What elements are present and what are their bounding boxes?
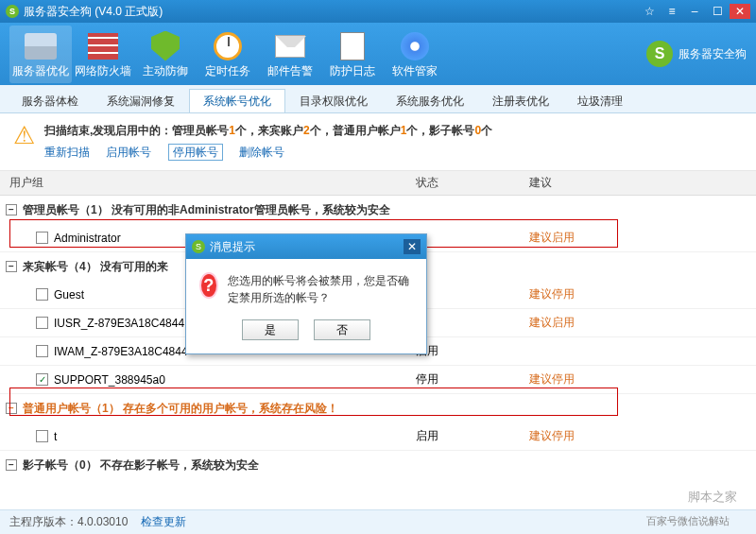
- expand-toggle[interactable]: −: [6, 261, 17, 272]
- expand-toggle[interactable]: −: [6, 459, 17, 471]
- tool-mail[interactable]: 邮件告警: [259, 26, 321, 83]
- table-row[interactable]: ✓SUPPORT_388945a0停用建议停用: [0, 366, 756, 394]
- group-title: 管理员帐号（1） 没有可用的非Administrator管理员帐号，系统较为安全: [23, 202, 390, 218]
- tool-shield[interactable]: 主动防御: [134, 26, 197, 83]
- group-title: 影子帐号（0） 不存在影子帐号，系统较为安全: [23, 457, 259, 474]
- tab-0[interactable]: 服务器体检: [8, 89, 93, 112]
- star-button[interactable]: ☆: [639, 4, 660, 19]
- version-label: 主程序版本：4.0.03010: [9, 514, 128, 530]
- brand: S服务器安全狗: [646, 41, 747, 67]
- dialog-yes-button[interactable]: 是: [242, 319, 299, 340]
- tab-4[interactable]: 系统服务优化: [382, 89, 478, 112]
- row-checkbox[interactable]: [36, 345, 48, 357]
- delete-link[interactable]: 删除帐号: [239, 146, 284, 159]
- account-name: IUSR_Z-879E3A18C4844: [54, 317, 184, 330]
- account-name: IWAM_Z-879E3A18C4844: [54, 345, 188, 358]
- group-title: 来宾帐号（4） 没有可用的来: [23, 259, 168, 275]
- app-icon: S: [6, 5, 19, 18]
- scan-summary: ⚠ 扫描结束,发现启用中的：管理员帐号1个，来宾账户2个，普通用户帐户1个，影子…: [0, 113, 756, 171]
- enable-link[interactable]: 启用帐号: [106, 146, 151, 159]
- tab-5[interactable]: 注册表优化: [478, 89, 563, 112]
- tool-srv[interactable]: 服务器优化: [9, 26, 72, 83]
- account-name: t: [54, 430, 57, 443]
- check-update-link[interactable]: 检查更新: [141, 514, 186, 530]
- account-status: 启用: [416, 343, 529, 359]
- group-row[interactable]: −管理员帐号（1） 没有可用的非Administrator管理员帐号，系统较为安…: [0, 196, 756, 224]
- tool-label: 定时任务: [205, 63, 250, 79]
- summary-actions: 重新扫描 启用帐号 停用帐号 删除帐号: [44, 145, 492, 161]
- account-suggest: 建议启用: [529, 315, 756, 331]
- tool-clock[interactable]: 定时任务: [197, 26, 259, 83]
- account-status: 启用: [416, 428, 529, 444]
- account-suggest: 建议停用: [529, 371, 756, 388]
- row-checkbox[interactable]: [36, 317, 48, 329]
- tool-label: 主动防御: [143, 63, 188, 79]
- question-icon: ?: [199, 272, 218, 299]
- tool-log[interactable]: 防护日志: [321, 26, 384, 83]
- tab-3[interactable]: 目录权限优化: [285, 89, 382, 112]
- table-header: 用户组 状态 建议: [0, 171, 756, 196]
- tab-2[interactable]: 系统帐号优化: [189, 89, 285, 112]
- col-suggest: 建议: [529, 175, 756, 191]
- tool-label: 服务器优化: [12, 63, 69, 79]
- window-buttons: ☆ ≡ – ☐ ✕: [639, 4, 750, 19]
- watermark-2: 百家号微信说解站: [646, 514, 730, 528]
- menu-button[interactable]: ≡: [662, 4, 682, 19]
- brand-icon: S: [646, 41, 673, 67]
- main-toolbar: 服务器优化网络防火墙主动防御定时任务邮件告警防护日志软件管家S服务器安全狗: [0, 23, 756, 85]
- group-title: 普通用户帐号（1） 存在多个可用的用户帐号，系统存在风险！: [23, 401, 338, 417]
- confirm-dialog: S 消息提示 ✕ ? 您选用的帐号将会被禁用，您是否确定禁用所选的帐号？ 是 否: [185, 233, 427, 354]
- group-row[interactable]: −影子帐号（0） 不存在影子帐号，系统较为安全: [0, 451, 756, 479]
- account-name: Administrator: [54, 232, 121, 245]
- tool-disc[interactable]: 软件管家: [384, 26, 446, 83]
- minimize-button[interactable]: –: [684, 4, 705, 19]
- dialog-icon: S: [192, 240, 205, 253]
- tool-label: 网络防火墙: [75, 63, 131, 79]
- disable-link[interactable]: 停用帐号: [168, 144, 223, 161]
- dialog-no-button[interactable]: 否: [314, 319, 370, 340]
- row-checkbox[interactable]: [36, 430, 48, 442]
- watermark-1: 脚本之家: [688, 489, 737, 506]
- col-group: 用户组: [0, 175, 416, 191]
- row-checkbox[interactable]: [36, 232, 48, 244]
- account-name: Guest: [54, 288, 84, 301]
- dialog-title: 消息提示: [210, 239, 255, 255]
- tool-label: 邮件告警: [267, 63, 313, 79]
- dialog-message: 您选用的帐号将会被禁用，您是否确定禁用所选的帐号？: [228, 272, 413, 306]
- tab-6[interactable]: 垃圾清理: [563, 89, 637, 112]
- maximize-button[interactable]: ☐: [707, 4, 728, 19]
- tool-label: 软件管家: [392, 63, 438, 79]
- account-name: SUPPORT_388945a0: [54, 373, 165, 387]
- row-checkbox[interactable]: ✓: [36, 373, 48, 386]
- brand-text: 服务器安全狗: [679, 46, 747, 62]
- status-bar: 主程序版本：4.0.03010 检查更新 百家号微信说解站: [0, 509, 756, 534]
- tab-bar: 服务器体检系统漏洞修复系统帐号优化目录权限优化系统服务优化注册表优化垃圾清理: [0, 85, 756, 113]
- expand-toggle[interactable]: −: [6, 204, 17, 215]
- group-row[interactable]: −普通用户帐号（1） 存在多个可用的用户帐号，系统存在风险！: [0, 394, 756, 422]
- row-checkbox[interactable]: [36, 288, 48, 301]
- warning-icon: ⚠: [13, 123, 35, 147]
- dialog-close-button[interactable]: ✕: [404, 239, 421, 254]
- titlebar: S 服务器安全狗 (V4.0 正式版) ☆ ≡ – ☐ ✕: [0, 0, 756, 23]
- account-suggest: 建议停用: [529, 286, 756, 302]
- expand-toggle[interactable]: −: [6, 403, 17, 414]
- dialog-titlebar: S 消息提示 ✕: [186, 234, 426, 259]
- tool-fw[interactable]: 网络防火墙: [72, 26, 134, 83]
- tab-1[interactable]: 系统漏洞修复: [93, 89, 189, 112]
- close-button[interactable]: ✕: [730, 4, 750, 19]
- account-status: 停用: [416, 371, 529, 388]
- tool-label: 防护日志: [330, 63, 375, 79]
- rescan-link[interactable]: 重新扫描: [44, 146, 90, 159]
- summary-text: 扫描结束,发现启用中的：管理员帐号1个，来宾账户2个，普通用户帐户1个，影子帐号…: [44, 123, 492, 139]
- window-title: 服务器安全狗 (V4.0 正式版): [24, 4, 639, 20]
- table-row[interactable]: t启用建议停用: [0, 422, 756, 451]
- col-status: 状态: [416, 175, 529, 191]
- account-suggest: 建议启用: [529, 230, 756, 246]
- account-suggest: 建议停用: [529, 428, 756, 444]
